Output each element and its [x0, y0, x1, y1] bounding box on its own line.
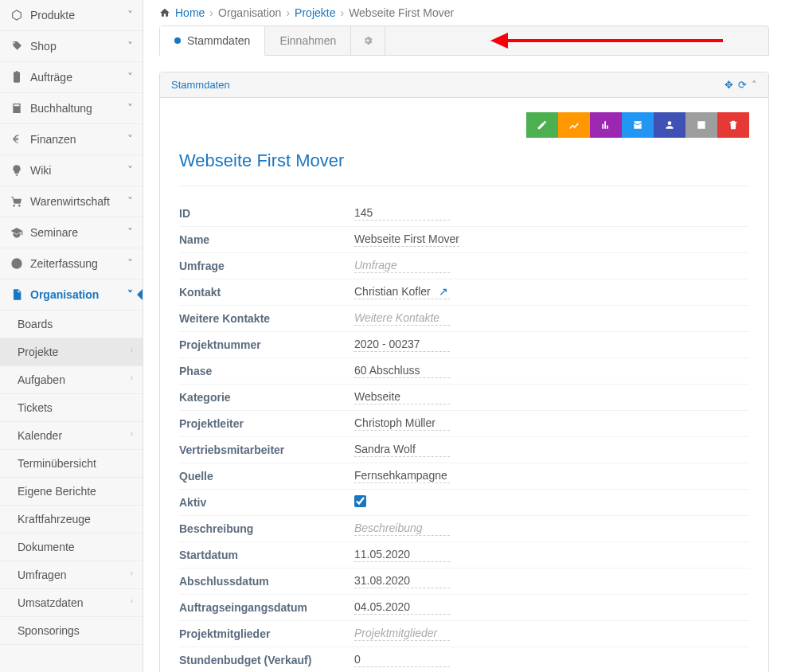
field-label: Beschreibung: [179, 522, 354, 535]
tab-stammdaten[interactable]: Stammdaten: [160, 26, 265, 56]
field-value[interactable]: 60 Abschluss: [354, 364, 450, 378]
field-row: QuelleFernsehkampagne: [179, 463, 749, 490]
cube-icon: [10, 8, 24, 22]
breadcrumb-current: Webseite First Mover: [349, 6, 454, 19]
chevron-right-icon: ˅: [127, 257, 133, 270]
mail-button[interactable]: [622, 112, 654, 138]
sidebar-item-label: Finanzen: [30, 133, 76, 146]
chart-line-button[interactable]: [558, 112, 590, 138]
field-row: Phase60 Abschluss: [179, 358, 749, 385]
active-dot-icon: [174, 37, 181, 44]
chart-bar-button[interactable]: [590, 112, 622, 138]
field-row: Aktiv: [179, 490, 749, 516]
sidebar-subitem-eigene-berichte[interactable]: Eigene Berichte: [0, 478, 143, 506]
sidebar-subitem-umfragen[interactable]: Umfragen›: [0, 561, 143, 589]
sidebar-item-shop[interactable]: Shop˅: [0, 31, 143, 62]
chevron-right-icon: ˅: [127, 9, 133, 21]
sidebar-item-label: Zeiterfassung: [30, 257, 98, 270]
field-value[interactable]: Christoph Müller: [354, 416, 450, 431]
field-value[interactable]: Webseite First Mover: [354, 232, 459, 247]
edit-button[interactable]: [526, 112, 558, 138]
tag-icon: [10, 39, 24, 53]
sidebar-item-produkte[interactable]: Produkte˅: [0, 0, 143, 31]
field-value[interactable]: 2020 - 00237: [354, 338, 450, 352]
sidebar: Produkte˅Shop˅Aufträge˅Buchhaltung˅Finan…: [0, 0, 143, 672]
sidebar-item-warenwirtschaft[interactable]: Warenwirtschaft˅: [0, 186, 143, 217]
tab-settings[interactable]: [351, 26, 385, 55]
image-button[interactable]: [685, 112, 717, 138]
breadcrumb-sep: ›: [286, 6, 290, 19]
field-value[interactable]: Projektmitglieder: [354, 627, 450, 641]
sidebar-item-finanzen[interactable]: Finanzen˅: [0, 124, 143, 155]
sidebar-subitem-sponsorings[interactable]: Sponsorings: [0, 617, 143, 645]
tab-einnahmen[interactable]: Einnahmen: [265, 26, 351, 55]
refresh-icon[interactable]: ⟳: [738, 79, 747, 91]
sidebar-subitem-label: Terminübersicht: [18, 457, 96, 470]
field-value[interactable]: Christian Kofler ↗: [354, 285, 450, 299]
field-row: Auftragseingangsdatum04.05.2020: [179, 595, 749, 621]
gear-icon: [362, 35, 373, 46]
field-label: Name: [179, 233, 354, 246]
sidebar-subitem-terminübersicht[interactable]: Terminübersicht: [0, 450, 143, 478]
field-value[interactable]: Webseite: [354, 390, 450, 404]
divider: [179, 186, 749, 186]
field-value[interactable]: Umfrage: [354, 259, 450, 273]
delete-button[interactable]: [717, 112, 749, 138]
field-row: Weitere KontakteWeitere Kontakte: [179, 306, 749, 332]
chevron-right-icon: ˅: [127, 133, 133, 146]
sidebar-item-buchhaltung[interactable]: Buchhaltung˅: [0, 93, 143, 124]
sidebar-item-wiki[interactable]: Wiki˅: [0, 155, 143, 186]
sidebar-subitem-kalender[interactable]: Kalender›: [0, 422, 143, 450]
external-link-icon[interactable]: ↗: [439, 285, 448, 298]
breadcrumb-home[interactable]: Home: [175, 6, 205, 19]
sidebar-subitem-boards[interactable]: Boards: [0, 311, 143, 338]
delete-icon: [728, 119, 739, 131]
breadcrumb-projekte[interactable]: Projekte: [295, 6, 335, 19]
field-value[interactable]: 0: [354, 653, 450, 667]
user-button[interactable]: [654, 112, 685, 138]
sidebar-subitem-label: Sponsorings: [18, 624, 80, 637]
chevron-right-icon: ˅: [127, 40, 133, 53]
mail-icon: [632, 119, 643, 131]
sidebar-subitem-kraftfahrzeuge[interactable]: Kraftfahrzeuge: [0, 506, 143, 533]
field-row: KategorieWebseite: [179, 385, 749, 411]
sidebar-subitem-label: Tickets: [18, 401, 53, 414]
panel-tools: ✥ ⟳ ˄: [724, 79, 757, 91]
field-value[interactable]: Beschreibung: [354, 522, 450, 536]
field-value[interactable]: Weitere Kontakte: [354, 311, 450, 326]
field-value[interactable]: 145: [354, 206, 450, 221]
sidebar-subitem-umsatzdaten[interactable]: Umsatzdaten›: [0, 589, 143, 617]
field-row: KontaktChristian Kofler ↗: [179, 279, 749, 306]
sidebar-subitem-label: Kraftfahrzeuge: [18, 513, 91, 525]
field-label: ID: [179, 207, 354, 220]
sidebar-subitem-label: Eigene Berichte: [18, 485, 96, 498]
field-value[interactable]: Fernsehkampagne: [354, 469, 450, 483]
collapse-icon[interactable]: ˄: [752, 79, 757, 91]
caret-right-icon: ›: [131, 373, 133, 382]
field-label: Kontakt: [179, 286, 354, 299]
sidebar-item-aufträge[interactable]: Aufträge˅: [0, 62, 143, 93]
sidebar-subitem-aufgaben[interactable]: Aufgaben›: [0, 366, 143, 394]
field-label: Umfrage: [179, 260, 354, 272]
sidebar-subitem-dokumente[interactable]: Dokumente: [0, 533, 143, 561]
field-value[interactable]: 04.05.2020: [354, 600, 450, 615]
panel-title: Stammdaten: [171, 79, 230, 91]
sidebar-subitem-projekte[interactable]: Projekte›: [0, 338, 143, 366]
sidebar-subitem-tickets[interactable]: Tickets: [0, 394, 143, 422]
home-icon[interactable]: [159, 7, 170, 18]
sidebar-item-organisation[interactable]: Organisation˅: [0, 279, 143, 311]
sidebar-subitem-label: Boards: [18, 318, 53, 330]
sidebar-item-zeiterfassung[interactable]: Zeiterfassung˅: [0, 248, 143, 279]
caret-right-icon: ›: [131, 568, 133, 577]
field-label: Auftragseingangsdatum: [179, 601, 354, 614]
field-label: Projektnummer: [179, 338, 354, 351]
field-value[interactable]: 11.05.2020: [354, 548, 450, 562]
move-icon[interactable]: ✥: [724, 79, 733, 91]
field-value[interactable]: Sandra Wolf: [354, 443, 450, 457]
aktiv-checkbox[interactable]: [354, 495, 366, 507]
sidebar-item-seminare[interactable]: Seminare˅: [0, 217, 143, 248]
sidebar-item-label: Warenwirtschaft: [30, 195, 110, 208]
image-icon: [696, 119, 707, 131]
breadcrumb-sep: ›: [340, 6, 344, 19]
field-value[interactable]: 31.08.2020: [354, 574, 450, 588]
